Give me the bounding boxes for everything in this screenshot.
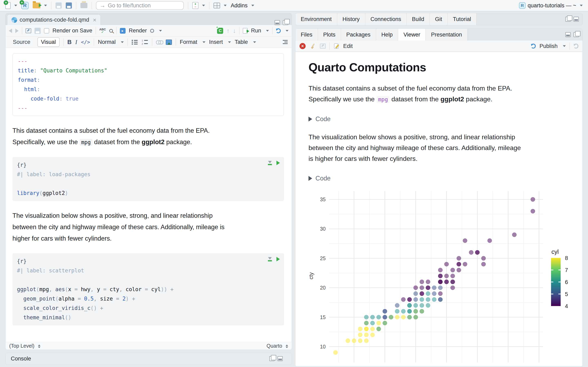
tab-environment[interactable]: Environment xyxy=(295,13,337,25)
print-icon[interactable] xyxy=(80,3,87,8)
tab-connections[interactable]: Connections xyxy=(365,13,407,25)
insert-dropdown-icon[interactable] xyxy=(228,42,231,43)
viewer-content[interactable]: Quarto Computations This dataset contain… xyxy=(295,52,582,366)
tab-plots[interactable]: Plots xyxy=(318,29,341,41)
open-file-dropdown-icon[interactable] xyxy=(44,5,47,6)
render-on-save-checkbox[interactable] xyxy=(44,28,49,33)
maximize-pane-icon[interactable] xyxy=(283,20,288,25)
run-label[interactable]: Run xyxy=(251,27,261,34)
maximize-pane-icon[interactable] xyxy=(573,32,579,37)
addins-menu[interactable]: Addins xyxy=(231,2,254,9)
panes-dropdown-icon[interactable] xyxy=(224,5,227,6)
render-label[interactable]: Render xyxy=(129,27,147,34)
version-control-icon[interactable]: +− xyxy=(192,2,199,9)
run-icon[interactable] xyxy=(243,28,248,34)
format-menu[interactable]: Format xyxy=(180,39,197,45)
publish-dropdown-icon[interactable] xyxy=(563,45,566,47)
save-document-icon[interactable] xyxy=(35,28,41,34)
new-project-icon[interactable]: R xyxy=(21,2,29,9)
run-chunk-icon[interactable] xyxy=(277,161,280,165)
table-dropdown-icon[interactable] xyxy=(253,42,256,43)
editor-paragraph[interactable]: The visualization below shows a positive… xyxy=(12,210,292,244)
open-in-browser-icon[interactable] xyxy=(320,44,326,49)
code-chunk-scatterplot[interactable]: {r}#| label: scatterplot ggplot(mpg, aes… xyxy=(12,253,284,325)
code-fold-toggle[interactable]: Code xyxy=(309,175,582,182)
italic-button[interactable]: I xyxy=(75,39,77,45)
code-chunk-load-packages[interactable]: {r}#| label: load-packages library(ggplo… xyxy=(12,157,284,201)
forward-icon[interactable] xyxy=(15,29,18,33)
spellcheck-icon[interactable]: ABC✓ xyxy=(99,28,106,34)
image-icon[interactable] xyxy=(166,40,172,45)
workspace-panes-icon[interactable] xyxy=(214,3,220,8)
project-menu[interactable]: R quarto-tutorials — ~ xyxy=(519,2,583,9)
run-chunks-above-icon[interactable] xyxy=(268,257,272,261)
restore-pane-icon[interactable] xyxy=(565,17,571,22)
clear-viewer-broom-icon[interactable] xyxy=(309,43,316,50)
restore-pane-icon[interactable] xyxy=(269,356,275,361)
console-pane[interactable]: Console xyxy=(5,353,292,365)
publish-label[interactable]: Publish xyxy=(539,43,558,49)
save-all-icon[interactable] xyxy=(66,2,72,8)
publish-dropdown-icon[interactable] xyxy=(286,30,288,32)
render-icon[interactable]: ▸ xyxy=(120,28,126,34)
run-chunk-icon[interactable] xyxy=(277,257,280,261)
goto-file-function-input[interactable]: → Go to file/function xyxy=(96,1,184,10)
find-replace-icon[interactable] xyxy=(109,29,113,33)
tab-presentation[interactable]: Presentation xyxy=(426,29,467,41)
maximize-pane-icon[interactable] xyxy=(573,17,579,22)
render-options-dropdown-icon[interactable] xyxy=(159,30,162,32)
insert-chunk-icon[interactable]: C xyxy=(217,28,223,34)
format-dropdown-icon[interactable] xyxy=(203,42,205,43)
maximize-console-icon[interactable] xyxy=(277,356,283,361)
back-icon[interactable] xyxy=(9,29,12,33)
code-fold-toggle[interactable]: Code xyxy=(309,115,582,123)
tab-history[interactable]: History xyxy=(337,13,365,25)
style-dropdown-icon[interactable] xyxy=(121,42,124,43)
source-mode-button[interactable]: Source xyxy=(9,38,34,47)
tab-viewer[interactable]: Viewer xyxy=(398,29,426,41)
refresh-icon[interactable] xyxy=(573,44,579,49)
run-chunks-above-icon[interactable] xyxy=(268,161,272,165)
tab-files[interactable]: Files xyxy=(295,29,318,41)
tab-build[interactable]: Build xyxy=(407,13,430,25)
language-mode-selector[interactable]: Quarto xyxy=(267,343,288,349)
tab-close-icon[interactable]: × xyxy=(93,17,96,24)
go-to-previous-chunk-icon[interactable]: ↑ xyxy=(226,27,229,34)
link-icon[interactable] xyxy=(156,40,162,44)
outline-toggle-icon[interactable] xyxy=(281,40,288,45)
new-file-dropdown-icon[interactable] xyxy=(14,5,17,6)
yaml-metadata-block[interactable]: ---title: "Quarto Computations"format: h… xyxy=(12,53,284,116)
go-to-next-chunk-icon[interactable]: ↓ xyxy=(233,27,236,34)
version-control-dropdown-icon[interactable] xyxy=(202,5,205,6)
new-file-icon[interactable] xyxy=(5,2,11,9)
bold-button[interactable]: B xyxy=(67,39,72,45)
tab-tutorial[interactable]: Tutorial xyxy=(448,13,476,25)
visual-editor-content[interactable]: ---title: "Quarto Computations"format: h… xyxy=(6,48,292,342)
data-point xyxy=(395,303,399,308)
outline-scope-selector[interactable]: (Top Level) xyxy=(9,343,40,349)
open-in-new-window-icon[interactable] xyxy=(26,28,31,33)
table-menu[interactable]: Table xyxy=(234,39,248,45)
editor-paragraph[interactable]: This dataset contains a subset of the fu… xyxy=(12,125,292,148)
paragraph-style-select[interactable]: Normal xyxy=(98,39,116,45)
code-format-button[interactable]: </> xyxy=(81,39,90,45)
save-icon[interactable] xyxy=(56,2,62,8)
source-publish-icon[interactable] xyxy=(276,28,281,33)
insert-menu[interactable]: Insert xyxy=(209,39,223,45)
gear-icon[interactable] xyxy=(150,29,154,33)
numbered-list-icon[interactable]: 12 xyxy=(142,39,148,45)
edit-pencil-icon[interactable] xyxy=(333,43,339,49)
publish-icon[interactable] xyxy=(531,44,536,49)
tab-packages[interactable]: Packages xyxy=(341,29,376,41)
run-dropdown-icon[interactable] xyxy=(266,30,269,32)
tab-git[interactable]: Git xyxy=(430,13,448,25)
open-file-icon[interactable] xyxy=(33,3,40,8)
visual-mode-button[interactable]: Visual xyxy=(37,37,60,47)
edit-label[interactable]: Edit xyxy=(343,43,353,49)
minimize-pane-icon[interactable] xyxy=(565,32,571,37)
tab-help[interactable]: Help xyxy=(376,29,398,41)
stop-icon[interactable]: × xyxy=(300,43,306,49)
minimize-pane-icon[interactable] xyxy=(275,20,280,25)
editor-tab[interactable]: computations-code-fold.qmd × xyxy=(7,15,101,25)
bullet-list-icon[interactable] xyxy=(131,39,138,45)
